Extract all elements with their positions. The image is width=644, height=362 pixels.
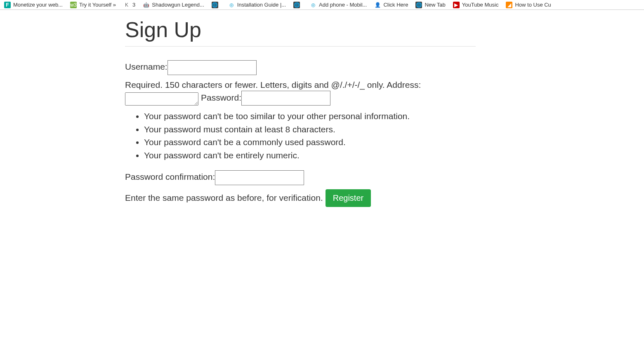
bookmark-how-to-use[interactable]: ◢ How to Use Cu xyxy=(506,2,551,8)
bookmark-shadowgun[interactable]: 🤖 Shadowgun Legend... xyxy=(143,2,204,8)
bookmark-label: New Tab xyxy=(425,2,445,8)
divider xyxy=(125,46,476,47)
register-row: Enter the same password as before, for v… xyxy=(125,189,476,207)
password-rule: Your password can't be too similar to yo… xyxy=(144,110,476,123)
bookmark-new-tab[interactable]: 🌐 New Tab xyxy=(415,2,445,8)
circle-icon: ◎ xyxy=(228,2,235,8)
username-label: Username: xyxy=(125,62,167,71)
bookmark-label: Shadowgun Legend... xyxy=(152,2,204,8)
square-icon: ◢ xyxy=(506,2,512,8)
password-label-wrap: Password: xyxy=(201,90,330,106)
bookmark-add-phone[interactable]: ◎ Add phone - Mobil... xyxy=(310,2,367,8)
bookmark-click-here[interactable]: 👤 Click Here xyxy=(374,2,408,8)
password-rule: Your password must contain at least 8 ch… xyxy=(144,123,476,136)
username-row: Username: xyxy=(125,59,476,75)
globe-icon: 🌐 xyxy=(293,2,300,8)
circle-icon: ◎ xyxy=(310,2,316,8)
favicon-icon: w3 xyxy=(70,2,77,8)
favicon-icon: K xyxy=(123,2,130,8)
register-button[interactable]: Register xyxy=(326,189,371,207)
username-help-address-row: Required. 150 characters or fewer. Lette… xyxy=(125,80,476,90)
bookmark-globe-1[interactable]: 🌐 xyxy=(212,2,221,8)
password-confirm-label: Password confirmation: xyxy=(125,172,215,181)
password-confirm-input[interactable] xyxy=(215,170,304,185)
bookmark-label: Monetize your web... xyxy=(13,2,63,8)
bookmark-label: How to Use Cu xyxy=(515,2,551,8)
password-rule: Your password can't be entirely numeric. xyxy=(144,149,476,162)
password-label: Password: xyxy=(201,93,241,102)
bookmark-label: 3 xyxy=(132,2,135,8)
address-textarea[interactable] xyxy=(125,92,198,106)
bookmark-label: Click Here xyxy=(383,2,408,8)
bookmarks-bar: F Monetize your web... w3 Try it Yoursel… xyxy=(0,0,644,10)
password-confirm-row: Password confirmation: xyxy=(125,169,476,185)
password-input[interactable] xyxy=(241,91,330,106)
bookmark-label: Add phone - Mobil... xyxy=(319,2,367,8)
youtube-icon: ▶ xyxy=(453,2,460,8)
username-input[interactable] xyxy=(167,60,257,75)
person-icon: 👤 xyxy=(374,2,381,8)
bookmark-label: YouTube Music xyxy=(462,2,499,8)
address-label: Address: xyxy=(387,80,421,89)
bookmark-try-it-yourself[interactable]: w3 Try it Yourself » xyxy=(70,2,116,8)
password-confirm-help: Enter the same password as before, for v… xyxy=(125,193,323,203)
bookmark-globe-2[interactable]: 🌐 xyxy=(293,2,302,8)
android-icon: 🤖 xyxy=(143,2,149,8)
favicon-icon: F xyxy=(4,2,11,8)
password-rule: Your password can't be a commonly used p… xyxy=(144,136,476,149)
bookmark-monetize[interactable]: F Monetize your web... xyxy=(4,2,63,8)
bookmark-youtube-music[interactable]: ▶ YouTube Music xyxy=(453,2,499,8)
main-content: Sign Up Username: Required. 150 characte… xyxy=(125,10,476,207)
page-title: Sign Up xyxy=(125,17,476,42)
bookmark-label: Try it Yourself » xyxy=(79,2,116,8)
username-help-text: Required. 150 characters or fewer. Lette… xyxy=(125,80,385,89)
bookmark-installation-guide[interactable]: ◎ Installation Guide |... xyxy=(228,2,286,8)
address-password-row: Password: xyxy=(125,90,476,106)
globe-icon: 🌐 xyxy=(415,2,422,8)
password-rules-list: Your password can't be too similar to yo… xyxy=(144,110,476,162)
bookmark-3[interactable]: K 3 xyxy=(123,2,135,8)
bookmark-label: Installation Guide |... xyxy=(237,2,286,8)
globe-icon: 🌐 xyxy=(212,2,218,8)
